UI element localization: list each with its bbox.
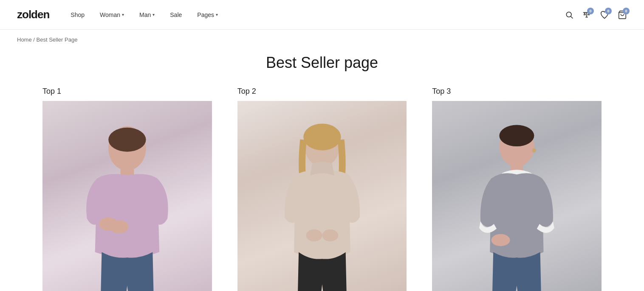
- svg-point-14: [306, 229, 322, 241]
- svg-point-17: [500, 125, 534, 146]
- wishlist-button[interactable]: 0: [600, 10, 609, 20]
- svg-point-15: [322, 229, 338, 241]
- nav-item-sale[interactable]: Sale: [170, 11, 182, 18]
- search-button[interactable]: [565, 11, 573, 19]
- rank-label-3: Top 3: [432, 87, 602, 96]
- breadcrumb-home[interactable]: Home: [17, 36, 32, 43]
- breadcrumb-separator: /: [33, 36, 36, 43]
- product-image-2: [237, 101, 407, 291]
- chevron-down-icon: ▾: [153, 12, 155, 17]
- cart-badge: 0: [623, 8, 630, 14]
- chevron-down-icon: ▾: [122, 12, 124, 17]
- rank-label-1: Top 1: [42, 87, 212, 96]
- product-image-3: [432, 101, 602, 291]
- svg-point-10: [110, 220, 128, 234]
- header-icons: 0 0 0: [565, 10, 627, 20]
- products-grid: Top 1: [42, 87, 602, 291]
- nav-item-woman[interactable]: Woman ▾: [100, 11, 124, 18]
- compare-button[interactable]: 0: [582, 10, 591, 20]
- svg-point-18: [532, 148, 536, 152]
- breadcrumb-current: Best Seller Page: [37, 36, 78, 43]
- main-nav: Shop Woman ▾ Man ▾ Sale Pages ▾: [71, 11, 565, 18]
- product-card-3[interactable]: Top 3: [432, 87, 602, 291]
- product-image-1: [42, 101, 212, 291]
- rank-label-2: Top 2: [237, 87, 407, 96]
- nav-item-shop[interactable]: Shop: [71, 11, 85, 18]
- nav-item-pages[interactable]: Pages ▾: [197, 11, 218, 18]
- page-title: Best Seller page: [17, 54, 627, 72]
- breadcrumb: Home / Best Seller Page: [0, 30, 644, 50]
- products-section: Top 1: [0, 87, 644, 291]
- cart-button[interactable]: 0: [618, 10, 627, 20]
- svg-line-1: [571, 16, 573, 18]
- page-title-section: Best Seller page: [0, 50, 644, 87]
- wishlist-badge: 0: [605, 8, 612, 14]
- site-logo[interactable]: zolden: [17, 8, 49, 21]
- svg-point-12: [303, 123, 341, 150]
- nav-item-man[interactable]: Man ▾: [139, 11, 155, 18]
- svg-point-7: [108, 128, 146, 152]
- svg-point-20: [491, 234, 510, 246]
- chevron-down-icon: ▾: [216, 12, 218, 17]
- product-card-2[interactable]: Top 2: [237, 87, 407, 291]
- svg-point-0: [566, 12, 571, 17]
- compare-badge: 0: [587, 8, 594, 14]
- product-card-1[interactable]: Top 1: [42, 87, 212, 291]
